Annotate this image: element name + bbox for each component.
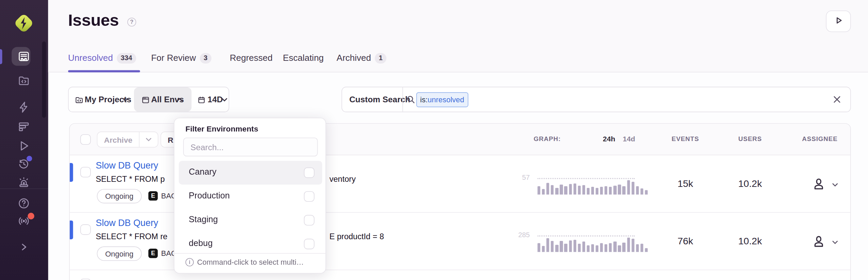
- dropdown-title: Filter Environments: [186, 124, 258, 133]
- active-tab-underline: [68, 70, 140, 72]
- custom-search-button[interactable]: Custom Search: [349, 94, 410, 104]
- date-range-filter-button[interactable]: 14D: [208, 94, 223, 104]
- option-checkbox[interactable]: [304, 239, 315, 249]
- status-badge[interactable]: Ongoing: [97, 246, 142, 261]
- status-badge[interactable]: Ongoing: [97, 189, 142, 203]
- graph-peak-label: 57: [496, 174, 530, 181]
- token-key: is:: [420, 95, 428, 104]
- column-assignee: ASSIGNEE: [787, 135, 853, 142]
- search-divider: [402, 87, 403, 112]
- environment-search-input[interactable]: [183, 138, 318, 156]
- sidebar-divider: [0, 189, 48, 189]
- project-platform-badge: E: [148, 191, 158, 201]
- tab-archived[interactable]: Archived 1: [337, 51, 387, 65]
- tab-label: Unresolved: [68, 53, 113, 63]
- assignee-chevron-down-icon[interactable]: [832, 181, 839, 188]
- option-label: Canary: [189, 167, 216, 177]
- assignee-avatar-icon[interactable]: [811, 177, 826, 191]
- row-checkbox[interactable]: [80, 224, 91, 235]
- assignee-avatar-icon[interactable]: [811, 234, 826, 249]
- token-value: unresolved: [428, 95, 464, 104]
- tab-label: Archived: [337, 53, 371, 63]
- calendar-icon: [197, 95, 206, 104]
- row-checkbox[interactable]: [80, 167, 91, 177]
- project-platform-badge: E: [148, 249, 158, 258]
- sidebar-scrollbar[interactable]: [42, 41, 46, 118]
- env-option-staging[interactable]: Staging: [179, 208, 322, 232]
- users-count: 10.2k: [717, 235, 783, 247]
- clear-search-icon[interactable]: [833, 95, 841, 103]
- chevron-down-icon: [122, 97, 128, 102]
- graph-range-14d[interactable]: 14d: [623, 135, 635, 143]
- option-checkbox[interactable]: [304, 168, 315, 178]
- archive-button-label[interactable]: Archive: [97, 132, 140, 147]
- sentry-logo-icon[interactable]: [13, 10, 35, 36]
- graph-range-24h[interactable]: 24h: [603, 135, 615, 143]
- replays-icon[interactable]: [17, 139, 30, 153]
- row-checkbox[interactable]: [80, 279, 91, 280]
- issue-snippet-right: ventory: [329, 175, 356, 183]
- environments-window-icon: [141, 95, 150, 104]
- tab-regressed[interactable]: Regressed: [230, 51, 273, 65]
- projects-folder-icon: [75, 95, 84, 104]
- tab-count-badge: 1: [375, 53, 386, 63]
- page-filter-bar: My Projects All Envs 14D: [68, 87, 229, 112]
- page-title: Issues: [68, 11, 119, 30]
- search-token-is-unresolved[interactable]: is:unresolved: [416, 92, 468, 107]
- issues-icon[interactable]: [17, 50, 30, 63]
- option-label: Staging: [189, 214, 218, 224]
- dropdown-footer-divider: [174, 253, 325, 254]
- alerts-icon[interactable]: [17, 176, 30, 189]
- environment-filter-dropdown: Filter Environments Canary Production St…: [174, 118, 326, 274]
- env-option-canary[interactable]: Canary: [179, 161, 322, 185]
- sidebar-collapse-icon[interactable]: [17, 240, 30, 253]
- events-sparkline[interactable]: [537, 180, 650, 195]
- unread-indicator-bar: [70, 221, 73, 239]
- tab-escalating[interactable]: Escalating: [283, 51, 324, 65]
- performance-icon[interactable]: [17, 101, 30, 114]
- column-users: USERS: [717, 135, 783, 142]
- assignee-chevron-down-icon[interactable]: [832, 238, 839, 245]
- help-icon[interactable]: [17, 197, 30, 210]
- search-icon: [406, 94, 416, 104]
- env-option-production[interactable]: Production: [179, 185, 322, 208]
- play-icon: [832, 14, 845, 28]
- option-label: debug: [189, 238, 213, 248]
- tab-label: For Review: [151, 53, 196, 63]
- env-option-debug[interactable]: debug: [179, 232, 322, 256]
- graph-peak-label: 285: [496, 231, 530, 239]
- tab-count-badge: 3: [200, 53, 211, 63]
- tab-for-review[interactable]: For Review 3: [151, 51, 211, 65]
- issue-title-link[interactable]: Slow DB Query: [96, 160, 158, 171]
- issue-snippet-left: SELECT * FROM re: [96, 232, 167, 241]
- users-count: 10.2k: [717, 178, 783, 190]
- option-checkbox[interactable]: [304, 191, 315, 202]
- help-badge-icon[interactable]: ?: [127, 18, 136, 27]
- tab-label: Escalating: [283, 53, 324, 63]
- archive-dropdown-caret[interactable]: [140, 132, 158, 147]
- active-item-accent-bar: [0, 49, 2, 64]
- issue-title-link[interactable]: Slow DB Query: [96, 218, 158, 228]
- tab-count-badge: 334: [117, 53, 136, 63]
- whats-new-badge-dot: [28, 213, 34, 220]
- sidebar: [0, 0, 48, 280]
- select-all-checkbox[interactable]: [80, 134, 91, 145]
- crons-badge-dot: [27, 156, 32, 161]
- play-demo-button[interactable]: [826, 11, 851, 32]
- column-events: EVENTS: [652, 135, 719, 142]
- profiling-icon[interactable]: [17, 120, 30, 133]
- archive-split-button[interactable]: Archive: [97, 132, 159, 147]
- tab-label: Regressed: [230, 53, 273, 63]
- app-root: Issues ? Unresolved 334 For Review 3 Reg…: [0, 0, 868, 280]
- graph-max-dotted-line: [537, 235, 635, 237]
- search-bar: Custom Search is:unresolved: [341, 87, 851, 112]
- footer-hint-text: Command-click to select multi…: [197, 258, 304, 266]
- graph-max-dotted-line: [537, 178, 635, 179]
- option-checkbox[interactable]: [304, 215, 315, 226]
- projects-icon[interactable]: [17, 74, 30, 87]
- info-icon: i: [186, 258, 194, 266]
- events-sparkline[interactable]: [537, 237, 650, 252]
- tab-unresolved[interactable]: Unresolved 334: [68, 51, 136, 65]
- issue-snippet-left: SELECT * FROM p: [96, 175, 165, 183]
- events-count: 76k: [652, 235, 719, 247]
